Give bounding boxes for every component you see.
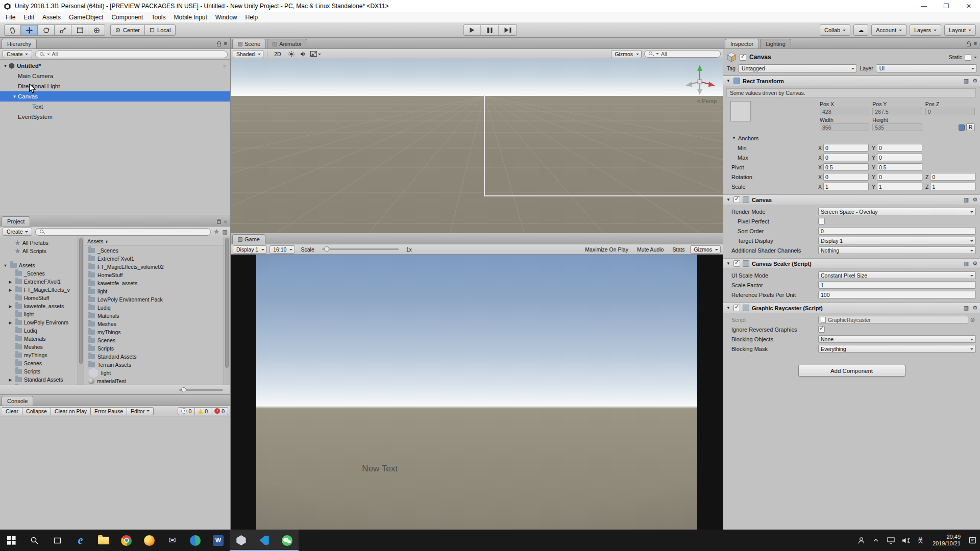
panel-menu-icon[interactable]: ≡: [224, 218, 227, 224]
hierarchy-item[interactable]: Directional Light ≡: [0, 81, 230, 91]
hierarchy-item[interactable]: ▼ Canvas ≡: [0, 91, 230, 102]
layer-dropdown[interactable]: UI: [876, 64, 977, 72]
tag-dropdown[interactable]: Untagged: [738, 64, 857, 72]
foldout-arrow-icon[interactable]: ▶: [8, 288, 13, 292]
property-field[interactable]: Nothing: [818, 246, 976, 254]
component-enabled-checkbox[interactable]: ✓: [733, 260, 740, 267]
project-tree-item[interactable]: All Prefabs: [0, 239, 78, 247]
asset-item[interactable]: _Scenes: [84, 246, 224, 255]
info-filter-button[interactable]: i0: [178, 407, 195, 415]
scale-y-field[interactable]: 1: [877, 183, 922, 190]
foldout-arrow-icon[interactable]: ▼: [726, 306, 731, 310]
asset-item[interactable]: LowPoly Environment Pack: [84, 295, 224, 304]
scene-effects-dropdown[interactable]: [310, 50, 321, 58]
project-list-scrollbar[interactable]: [224, 237, 230, 385]
anchor-blueprint-icon[interactable]: [959, 124, 965, 131]
orientation-gizmo[interactable]: [681, 61, 719, 99]
asset-item[interactable]: materialTest: [84, 377, 224, 385]
taskbar-app[interactable]: [230, 530, 253, 551]
pivot-y-field[interactable]: 0.5: [877, 163, 922, 171]
asset-item[interactable]: Scenes: [84, 336, 224, 344]
gear-icon[interactable]: ⚙: [972, 196, 977, 203]
warning-filter-button[interactable]: 0: [195, 407, 211, 415]
asset-item[interactable]: Ludiq: [84, 304, 224, 312]
input-language-indicator[interactable]: 英: [913, 530, 928, 551]
taskbar-app[interactable]: [276, 530, 299, 551]
project-tree-item[interactable]: Ludiq: [0, 327, 78, 335]
stats-toggle[interactable]: Stats: [669, 245, 688, 254]
taskbar-app[interactable]: W: [207, 530, 230, 551]
project-tree-item[interactable]: light: [0, 310, 78, 318]
menu-item[interactable]: Tools: [147, 14, 169, 21]
property-field[interactable]: Constant Pixel Size: [818, 271, 976, 279]
pause-button[interactable]: [481, 24, 499, 36]
component-enabled-checkbox[interactable]: ✓: [733, 196, 740, 203]
scrollbar-thumb[interactable]: [225, 238, 229, 368]
hierarchy-item[interactable]: Main Camera ≡: [0, 71, 230, 81]
volume-icon[interactable]: [898, 530, 913, 551]
hand-tool-button[interactable]: [4, 24, 21, 36]
project-tree-item[interactable]: Scripts: [0, 367, 78, 375]
transform-tool-button[interactable]: [88, 24, 105, 36]
project-tree-item[interactable]: Scenes: [0, 359, 78, 367]
taskbar-app[interactable]: [115, 530, 138, 551]
reference-icon[interactable]: ▥: [964, 196, 969, 203]
tab-inspector[interactable]: Inspector: [725, 39, 759, 48]
pivot-mode-button[interactable]: Center: [110, 24, 144, 36]
property-field[interactable]: None: [818, 335, 976, 343]
scale-z-field[interactable]: 1: [930, 183, 976, 190]
hierarchy-search-input[interactable]: All: [35, 51, 228, 58]
rotation-y-field[interactable]: 0: [877, 173, 922, 181]
project-tree-item[interactable]: ▶ LowPoly Environm: [0, 318, 78, 327]
asset-item[interactable]: HomeStuff: [84, 271, 224, 279]
search-by-type-icon[interactable]: ▥: [223, 229, 228, 235]
project-tree-item[interactable]: ▶ ExtremeFXvol1: [0, 278, 78, 286]
task-view-button[interactable]: [46, 530, 69, 551]
asset-item[interactable]: light: [84, 287, 224, 295]
property-checkbox[interactable]: ✓: [818, 326, 825, 333]
asset-item[interactable]: Meshes: [84, 320, 224, 328]
lock-icon[interactable]: [217, 43, 221, 46]
project-tree-item[interactable]: ▶ Standard Assets: [0, 375, 78, 384]
maximize-on-play-toggle[interactable]: Maximize On Play: [582, 245, 631, 254]
account-dropdown[interactable]: Account: [871, 24, 906, 36]
collab-dropdown[interactable]: Collab: [820, 24, 850, 36]
network-icon[interactable]: [884, 530, 898, 551]
aspect-dropdown[interactable]: 16:10: [270, 245, 295, 254]
gear-icon[interactable]: ⚙: [972, 78, 977, 84]
start-button[interactable]: [0, 530, 23, 551]
asset-item[interactable]: FT_MagicEffects_volume02: [84, 263, 224, 271]
project-tree-item[interactable]: Meshes: [0, 343, 78, 351]
rect-tool-button[interactable]: [71, 24, 88, 36]
move-tool-button[interactable]: [21, 24, 38, 36]
people-icon[interactable]: [854, 530, 869, 551]
foldout-arrow-icon[interactable]: ▼: [11, 94, 18, 99]
tab-animator[interactable]: Animator: [267, 39, 307, 48]
canvas-scaler-header[interactable]: ▼ ✓ Canvas Scaler (Script) ▥⚙: [723, 259, 980, 269]
canvas-header[interactable]: ▼ ✓ Canvas ▥⚙: [723, 195, 980, 205]
scrollbar-thumb[interactable]: [79, 238, 83, 364]
asset-item[interactable]: Materials: [84, 312, 224, 320]
graphic-raycaster-header[interactable]: ▼ ✓ Graphic Raycaster (Script) ▥⚙: [723, 303, 980, 313]
game-viewport[interactable]: New Text: [231, 255, 723, 530]
pos-z-field[interactable]: 0: [925, 108, 975, 115]
object-name[interactable]: Canvas: [749, 54, 771, 61]
reference-icon[interactable]: ▥: [964, 305, 969, 311]
taskbar-search-button[interactable]: [23, 530, 46, 551]
project-tree-item[interactable]: All Scripts: [0, 247, 78, 255]
tab-project[interactable]: Project: [2, 216, 30, 226]
hierarchy-create-button[interactable]: Create: [3, 50, 32, 58]
scene-search-input[interactable]: All: [644, 50, 721, 58]
width-field[interactable]: 856: [820, 123, 869, 131]
taskbar-app[interactable]: [92, 530, 115, 551]
gear-icon[interactable]: ⚙: [972, 260, 977, 267]
game-gizmos-dropdown[interactable]: Gizmos: [690, 245, 721, 254]
property-field[interactable]: Display 1: [818, 237, 976, 244]
display-dropdown[interactable]: Display 1: [233, 245, 267, 254]
taskbar-app[interactable]: [184, 530, 207, 551]
slider-thumb[interactable]: [181, 387, 186, 392]
layers-dropdown[interactable]: Layers: [910, 24, 941, 36]
gear-icon[interactable]: ⚙: [972, 305, 977, 311]
raw-edit-button[interactable]: R: [966, 123, 975, 131]
foldout-arrow-icon[interactable]: ▶: [8, 304, 13, 309]
